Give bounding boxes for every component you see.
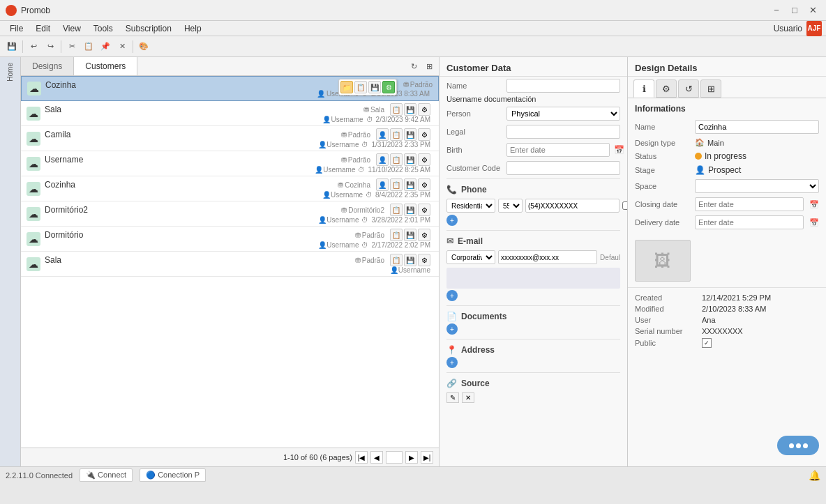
table-row[interactable]: ☁ Sala ⛃ Sala 📋 💾 ⚙ 👤 User	[21, 101, 439, 126]
table-row[interactable]: ☁ Camila ⛃ Padrão 👤 📋 💾 ⚙	[21, 126, 439, 151]
color-button[interactable]: 🎨	[136, 39, 151, 54]
row-action-export-6[interactable]: 💾	[404, 229, 416, 241]
delivery-date-calendar-icon[interactable]: 📅	[809, 218, 819, 227]
row-action-export-3[interactable]: 💾	[404, 153, 416, 166]
row-action-copy-6[interactable]: 📋	[390, 229, 403, 241]
row-action-settings-1[interactable]: ⚙	[418, 103, 430, 116]
design-tab-settings[interactable]: ⚙	[656, 79, 677, 98]
info-delivery-date-input[interactable]	[695, 215, 804, 229]
tab-customers[interactable]: Customers	[74, 57, 137, 75]
birth-input[interactable]	[506, 143, 610, 157]
source-delete-button[interactable]: ✕	[462, 392, 474, 403]
sidebar-home-label[interactable]: Home	[5, 60, 15, 84]
bell-icon[interactable]: 🔔	[809, 470, 820, 481]
closing-date-calendar-icon[interactable]: 📅	[809, 200, 819, 209]
save-button[interactable]: 💾	[4, 39, 20, 54]
phone-country-select[interactable]: 55	[498, 199, 523, 213]
row-action-copy-1[interactable]: 📋	[390, 103, 403, 116]
menu-file[interactable]: File	[4, 22, 29, 35]
phone-number-input[interactable]	[525, 199, 620, 213]
name-input[interactable]	[506, 79, 620, 93]
row-action-export-5[interactable]: 💾	[404, 204, 416, 216]
page-next-button[interactable]: ▶	[405, 451, 418, 464]
phone-section-header[interactable]: 📞 Phone	[440, 181, 627, 197]
info-name-input[interactable]	[695, 120, 819, 134]
info-space-select[interactable]	[695, 179, 819, 193]
design-tab-grid[interactable]: ⊞	[700, 79, 721, 98]
row-action-settings-7[interactable]: ⚙	[418, 254, 430, 266]
info-closing-date-input[interactable]	[695, 197, 804, 211]
row-action-export-2[interactable]: 💾	[404, 128, 416, 141]
undo-button[interactable]: ↩	[26, 39, 41, 54]
address-section-header[interactable]: 📍 Address	[440, 341, 627, 357]
row-action-export-1[interactable]: 💾	[404, 103, 416, 116]
page-number-input[interactable]: 1	[386, 451, 403, 464]
connection-tab-2[interactable]: 🔵 Conection P	[140, 468, 206, 482]
minimize-button[interactable]: −	[769, 3, 784, 18]
row-action-copy-3[interactable]: 📋	[390, 153, 403, 166]
chat-button[interactable]	[777, 436, 819, 455]
refresh-tab-button[interactable]: ↻	[407, 59, 421, 73]
source-section-header[interactable]: 🔗 Source	[440, 374, 627, 390]
row-action-copy-4[interactable]: 📋	[390, 178, 403, 191]
table-row[interactable]: ☁ Sala ⛃ Padrão 📋 💾 ⚙ 👤 Us	[21, 252, 439, 277]
row-action-settings-4[interactable]: ⚙	[418, 178, 430, 191]
table-row[interactable]: ☁ Username ⛃ Padrão 👤 📋 💾 ⚙	[21, 151, 439, 176]
row-action-export-4[interactable]: 💾	[404, 178, 416, 191]
copy-button[interactable]: 📋	[81, 39, 96, 54]
row-action-export-7[interactable]: 💾	[404, 254, 416, 266]
email-section-header[interactable]: ✉ E-mail	[440, 232, 627, 248]
maximize-button[interactable]: □	[787, 3, 802, 18]
tab-designs[interactable]: Designs	[21, 57, 74, 75]
row-action-copy-2[interactable]: 📋	[390, 128, 403, 141]
row-action-copy-5[interactable]: 📋	[390, 204, 403, 216]
page-first-button[interactable]: |◀	[355, 451, 368, 464]
menu-help[interactable]: Help	[179, 22, 207, 35]
row-action-settings-3[interactable]: ⚙	[418, 153, 430, 166]
customer-code-input[interactable]	[506, 161, 620, 175]
email-add-button[interactable]: +	[446, 290, 458, 301]
meta-public-checkbox[interactable]: ✓	[702, 338, 712, 348]
table-row[interactable]: ☁ Cozinha ⛃ Cozinha 👤 📋 💾 ⚙	[21, 176, 439, 201]
page-last-button[interactable]: ▶|	[421, 451, 433, 464]
row-action-copy-7[interactable]: 📋	[390, 254, 403, 266]
row-action-user-3[interactable]: 👤	[376, 153, 389, 166]
page-prev-button[interactable]: ◀	[370, 451, 383, 464]
cut-button[interactable]: ✂	[64, 39, 80, 54]
row-action-settings[interactable]: ⚙	[382, 81, 395, 93]
documents-add-button[interactable]: +	[446, 323, 458, 335]
row-action-settings-2[interactable]: ⚙	[418, 128, 430, 141]
legal-input[interactable]	[506, 125, 620, 139]
phone-type-select[interactable]: Residential	[446, 199, 495, 213]
row-action-export[interactable]: 💾	[368, 81, 381, 93]
row-action-user-4[interactable]: 👤	[376, 178, 389, 191]
row-action-settings-5[interactable]: ⚙	[418, 204, 430, 216]
documents-section-header[interactable]: 📄 Documents	[440, 307, 627, 323]
row-action-folder[interactable]: 📁	[340, 81, 353, 93]
email-input[interactable]	[498, 250, 597, 264]
email-type-select[interactable]: Corporative	[446, 250, 495, 264]
menu-edit[interactable]: Edit	[30, 22, 56, 35]
menu-tools[interactable]: Tools	[88, 22, 119, 35]
address-add-button[interactable]: +	[446, 357, 458, 368]
table-row[interactable]: ☁ Dormitório ⛃ Padrão 📋 💾 ⚙ 👤	[21, 227, 439, 252]
design-tab-history[interactable]: ↺	[678, 79, 699, 98]
row-action-settings-6[interactable]: ⚙	[418, 229, 430, 241]
menu-subscription[interactable]: Subscription	[120, 22, 177, 35]
connection-tab-1[interactable]: 🔌 Connect	[80, 468, 133, 482]
design-tab-info[interactable]: ℹ	[633, 79, 654, 98]
menu-view[interactable]: View	[57, 22, 87, 35]
person-select[interactable]: Physical	[506, 107, 620, 121]
redo-button[interactable]: ↪	[43, 39, 58, 54]
delete-button[interactable]: ✕	[114, 39, 130, 54]
source-edit-button[interactable]: ✎	[446, 392, 459, 403]
birth-calendar-icon[interactable]: 📅	[614, 145, 624, 155]
phone-add-button[interactable]: +	[446, 215, 458, 226]
close-button[interactable]: ✕	[805, 3, 820, 18]
row-action-user-2[interactable]: 👤	[376, 128, 389, 141]
row-action-copy[interactable]: 📋	[354, 81, 367, 93]
filter-tab-button[interactable]: ⊞	[422, 59, 436, 73]
table-row[interactable]: ☁ Dormitório2 ⛃ Dormitório2 📋 💾 ⚙ 👤	[21, 201, 439, 227]
phone-default-checkbox[interactable]	[622, 201, 628, 210]
paste-button[interactable]: 📌	[98, 39, 113, 54]
